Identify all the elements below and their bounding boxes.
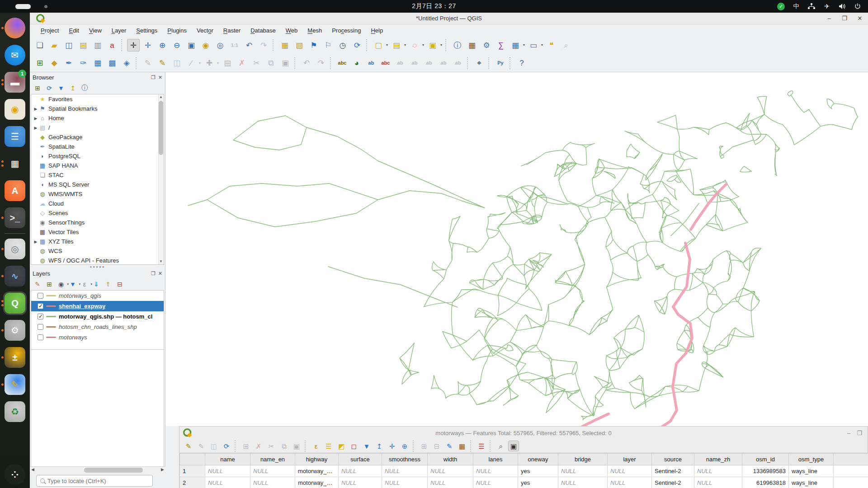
- dock-system-monitor-icon[interactable]: ∿: [0, 263, 30, 290]
- dock-media-player-icon[interactable]: ◎: [0, 235, 30, 263]
- layer-item-motorways[interactable]: motorways: [31, 332, 164, 343]
- browser-close-button[interactable]: ✕: [158, 75, 162, 80]
- new-mesh-layer-icon[interactable]: ▦: [91, 57, 104, 70]
- column-header-surface[interactable]: surface: [339, 454, 382, 465]
- zoom-out-icon[interactable]: ⊖: [170, 39, 183, 52]
- dock-terminal-icon[interactable]: >_: [0, 204, 30, 231]
- table-minimize-button[interactable]: –: [847, 430, 850, 436]
- help-contents-icon[interactable]: ?: [515, 57, 528, 70]
- expand-all-icon[interactable]: ⇓: [91, 279, 101, 289]
- column-header-name[interactable]: name: [205, 454, 250, 465]
- remove-layer-icon[interactable]: ⊟: [115, 279, 125, 289]
- new-virtual-layer-icon[interactable]: ◈: [120, 57, 133, 70]
- deselect-features-icon[interactable]: ◌▾: [408, 39, 421, 52]
- new-spatialite-layer-icon[interactable]: ✑: [77, 57, 90, 70]
- column-header-lanes[interactable]: lanes: [473, 454, 518, 465]
- menu-help[interactable]: Help: [366, 26, 387, 35]
- identify-features-icon[interactable]: ⓘ: [451, 39, 464, 52]
- statistical-summary-icon[interactable]: ∑: [495, 39, 507, 52]
- dock-files-icon[interactable]: ▬1: [0, 69, 30, 96]
- layer-item-shenhai-expway[interactable]: shenhai_expway: [31, 301, 164, 311]
- edit-fields-icon[interactable]: ✎: [444, 441, 455, 451]
- pan-to-selected-icon[interactable]: ✛: [387, 441, 397, 451]
- zoom-to-layer-icon[interactable]: ◎: [214, 39, 226, 52]
- browser-item-favorites[interactable]: ★Favorites: [31, 94, 164, 104]
- python-console-icon[interactable]: Py: [494, 57, 507, 70]
- locator-input[interactable]: [47, 478, 138, 484]
- measure-icon[interactable]: ▭▾: [527, 39, 540, 52]
- system-clock[interactable]: 2月7日 23：27: [0, 2, 868, 10]
- table-actions-icon[interactable]: ⌕: [495, 441, 506, 451]
- menu-view[interactable]: View: [85, 26, 106, 35]
- column-header-osm_id[interactable]: osm_id: [742, 454, 789, 465]
- column-header-bridge[interactable]: bridge: [558, 454, 608, 465]
- dock-firefox-icon[interactable]: [0, 14, 30, 42]
- select-by-form-icon[interactable]: ▤▾: [390, 39, 403, 52]
- menu-edit[interactable]: Edit: [64, 26, 83, 35]
- hscroll-left-arrow[interactable]: ◀: [31, 467, 34, 472]
- airplane-mode-icon[interactable]: ✈: [823, 2, 831, 10]
- filter-by-expression-icon[interactable]: ε▾: [80, 279, 90, 289]
- show-bookmarks-icon[interactable]: ⚐: [322, 39, 335, 52]
- map-tips-icon[interactable]: ❝: [545, 39, 558, 52]
- conditional-formatting-icon[interactable]: ☰: [476, 441, 487, 451]
- dock-qgis-icon[interactable]: Q: [0, 290, 30, 317]
- menu-vector[interactable]: Vector: [192, 26, 218, 35]
- browser-item-spatialite[interactable]: ✒SpatiaLite: [31, 142, 164, 151]
- browser-scrollbar[interactable]: ▲ ▼: [158, 94, 164, 264]
- new-shapefile-layer-icon[interactable]: ✒: [62, 57, 75, 70]
- browser-item-postgresql[interactable]: ◗PostgreSQL: [31, 151, 164, 161]
- data-source-manager-icon[interactable]: ⊞: [33, 57, 46, 70]
- browser-item-stac[interactable]: ❏STAC: [31, 170, 164, 180]
- column-header-osm_type[interactable]: osm_type: [789, 454, 834, 465]
- restore-button[interactable]: ❐: [841, 15, 848, 22]
- layer-checkbox[interactable]: [38, 314, 43, 319]
- layer-diagram-icon[interactable]: ◕: [350, 57, 363, 70]
- menu-web[interactable]: Web: [281, 26, 302, 35]
- row-number-header[interactable]: [180, 454, 205, 465]
- browser-item-cloud[interactable]: ☁Cloud: [31, 199, 164, 208]
- attribute-table-title-bar[interactable]: motorways — Features Total: 557965, Filt…: [179, 427, 868, 439]
- open-field-calculator-icon[interactable]: ▦: [457, 441, 467, 451]
- select-by-expression-icon[interactable]: ε: [311, 441, 321, 451]
- style-manager-icon[interactable]: a: [106, 39, 118, 52]
- properties-widget-icon[interactable]: ⓘ: [80, 83, 90, 93]
- map-canvas[interactable]: [165, 72, 868, 426]
- expand-arrow-icon[interactable]: ▶: [33, 126, 38, 130]
- temporal-controller-icon[interactable]: ◷: [336, 39, 349, 52]
- menu-raster[interactable]: Raster: [219, 26, 245, 35]
- add-selected-layers-icon[interactable]: ⊞: [33, 83, 42, 93]
- open-project-icon[interactable]: ▰: [48, 39, 61, 52]
- table-row[interactable]: 1NULLNULLmotorway_…NULLNULLNULLNULLyesNU…: [180, 465, 868, 477]
- column-header-oneway[interactable]: oneway: [518, 454, 558, 465]
- field-calculator-icon[interactable]: ▦: [466, 39, 478, 52]
- dock-rhythmbox-icon[interactable]: ◉: [0, 96, 30, 123]
- show-layout-manager-icon[interactable]: ▥: [91, 39, 104, 52]
- pin-labels-icon[interactable]: ab: [365, 57, 377, 70]
- table-float-button[interactable]: ❐: [857, 430, 862, 436]
- scroll-up-arrow[interactable]: ▲: [158, 94, 164, 100]
- zoom-in-icon[interactable]: ⊕: [156, 39, 169, 52]
- select-all-icon[interactable]: ☰: [323, 441, 334, 451]
- new-3d-map-view-icon[interactable]: ▧: [293, 39, 306, 52]
- move-selection-top-icon[interactable]: ↥: [374, 441, 385, 451]
- dock-calculator-icon[interactable]: ±: [0, 344, 30, 371]
- menu-project[interactable]: Project: [36, 26, 63, 35]
- column-header-layer[interactable]: layer: [608, 454, 652, 465]
- hscroll-right-arrow[interactable]: ▶: [161, 467, 164, 472]
- browser-item-scenes[interactable]: ◇Scenes: [31, 208, 164, 218]
- browser-item-ms-sql-server[interactable]: ◖MS SQL Server: [31, 180, 164, 189]
- layer-checkbox[interactable]: [38, 293, 43, 299]
- attribute-table-icon[interactable]: ▦▾: [509, 39, 522, 52]
- network-icon[interactable]: [807, 2, 816, 10]
- menu-layer[interactable]: Layer: [107, 26, 131, 35]
- browser-item-vector-tiles[interactable]: ▦Vector Tiles: [31, 227, 164, 237]
- dock-app-center-icon[interactable]: A: [0, 177, 30, 204]
- table-reload-icon[interactable]: ⟳: [221, 441, 232, 451]
- menu-plugins[interactable]: Plugins: [163, 26, 191, 35]
- layer-labeling-icon[interactable]: abc: [336, 57, 349, 70]
- menu-database[interactable]: Database: [246, 26, 280, 35]
- dock-thunderbird-icon[interactable]: ✉: [0, 42, 30, 69]
- save-project-icon[interactable]: ◫: [62, 39, 75, 52]
- column-header-smoothness[interactable]: smoothness: [382, 454, 428, 465]
